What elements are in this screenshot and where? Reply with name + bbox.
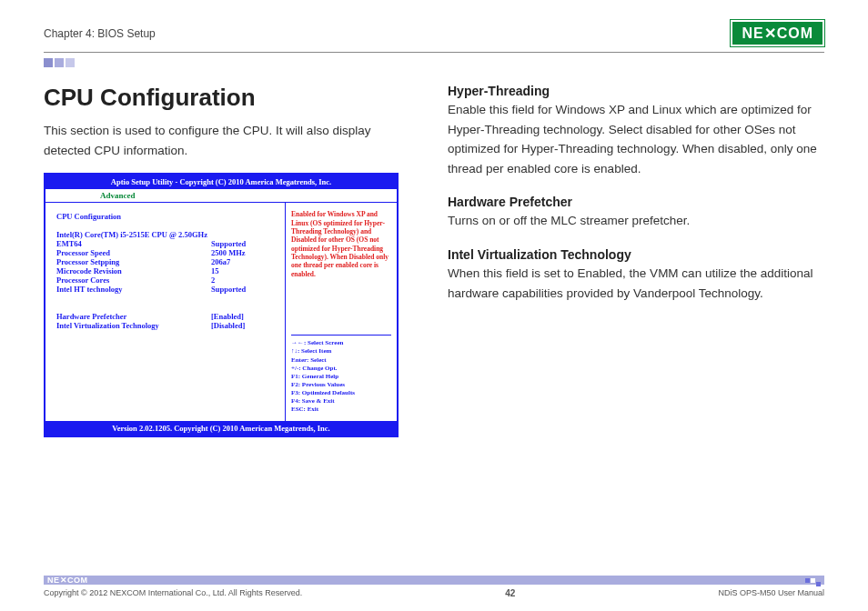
bios-key: F4: Save & Exit (291, 397, 391, 406)
bios-key: F2: Previous Values (291, 381, 391, 389)
bios-value: 15 (211, 266, 219, 275)
bios-option-value: [Enabled] (211, 303, 244, 312)
bios-info-row: Processor Setpping206a7 (56, 257, 278, 266)
bios-value: 2 (211, 275, 215, 285)
footer-decoration-icon (805, 578, 821, 583)
footer-logo: NE✕COM (47, 576, 88, 585)
bios-key: ↑↓: Select Item (291, 347, 391, 356)
manual-name: NDiS OPS-M50 User Manual (718, 588, 824, 598)
bios-value: Supported (211, 239, 246, 248)
bios-main-panel: CPU Configuration Intel(R) Core(TM) i5-2… (45, 203, 286, 421)
bios-key: ESC: Exit (291, 406, 391, 414)
page-title: CPU Configuration (44, 84, 417, 112)
section-heading: Hardware Prefetcher (448, 195, 824, 209)
bios-side-panel: Enabled for Windows XP and Linux (OS opt… (286, 203, 397, 421)
bios-tab-row: Advanced (45, 189, 397, 203)
bios-value: 2500 MHz (211, 248, 246, 257)
footer-bar: NE✕COM (44, 576, 824, 585)
intro-text: This section is used to configure the CP… (44, 121, 417, 160)
bios-screenshot: Aptio Setup Utility - Copyright (C) 2010… (44, 173, 399, 437)
section-body: Enable this field for Windows XP and Lin… (448, 100, 824, 178)
decorative-squares (44, 58, 824, 67)
bios-key: F3: Optimized Defaults (291, 389, 391, 397)
bios-value: Supported (211, 285, 246, 294)
bios-key: Enter: Select (291, 356, 391, 365)
bios-option-row[interactable]: Intel Virtualization Technology[Disabled… (56, 321, 278, 330)
bios-footer: Version 2.02.1205. Copyright (C) 2010 Am… (45, 421, 397, 436)
bios-body: CPU Configuration Intel(R) Core(TM) i5-2… (45, 203, 397, 421)
bios-info-row: Intel HT technologySupported (56, 285, 278, 294)
bios-option-label: Intel Virtualization Technology (56, 321, 211, 330)
bios-key-legend: →←: Select Screen ↑↓: Select Item Enter:… (291, 335, 391, 414)
bios-label: Processor Setpping (56, 257, 211, 266)
section-heading: Intel Virtualization Technology (448, 247, 824, 262)
section-heading: Hyper-Threading (448, 84, 824, 98)
right-column: Hyper-Threading Enable this field for Wi… (448, 84, 824, 437)
bios-option-value: [Enabled] (211, 312, 244, 321)
content-columns: CPU Configuration This section is used t… (44, 84, 824, 437)
bios-cpu-name: Intel(R) Core(TM) i5-2515E CPU @ 2.50GHz (56, 230, 278, 239)
page-footer: NE✕COM Copyright © 2012 NEXCOM Internati… (44, 576, 824, 598)
bios-option-row[interactable]: Hardware Prefetcher[Enabled] (56, 312, 278, 321)
left-column: CPU Configuration This section is used t… (44, 84, 417, 437)
bios-info-row: Processor Speed2500 MHz (56, 248, 278, 257)
page-header: Chapter 4: BIOS Setup NE✕COM (44, 20, 824, 53)
bios-option-label: Hardware Prefetcher (56, 312, 211, 321)
bios-key: +/-: Change Opt. (291, 365, 391, 373)
bios-value: 206a7 (211, 257, 230, 266)
section-body: Turns on or off the MLC streamer prefetc… (448, 211, 824, 231)
bios-section-title: CPU Configuration (56, 212, 278, 221)
bios-option-row[interactable]: Hyper-threading[Enabled] (56, 303, 278, 312)
bios-label: Intel HT technology (56, 285, 211, 294)
bios-help-text: Enabled for Windows XP and Linux (OS opt… (291, 210, 391, 278)
brand-logo: NE✕COM (731, 20, 824, 46)
bios-titlebar: Aptio Setup Utility - Copyright (C) 2010… (45, 175, 397, 189)
footer-line: Copyright © 2012 NEXCOM International Co… (44, 588, 824, 598)
bios-label: Processor Speed (56, 248, 211, 257)
bios-tab-advanced[interactable]: Advanced (100, 191, 136, 200)
copyright-text: Copyright © 2012 NEXCOM International Co… (44, 588, 302, 598)
bios-label: EMT64 (56, 239, 211, 248)
chapter-label: Chapter 4: BIOS Setup (44, 27, 156, 40)
bios-info-row: Microcode Revision15 (56, 266, 278, 275)
bios-key: →←: Select Screen (291, 339, 391, 347)
section-body: When this field is set to Enabled, the V… (448, 264, 824, 303)
bios-info-row: Processor Cores2 (56, 275, 278, 285)
bios-key: F1: General Help (291, 373, 391, 381)
bios-label: Microcode Revision (56, 266, 211, 275)
bios-label: Processor Cores (56, 275, 211, 285)
page-number: 42 (505, 588, 515, 598)
bios-info-row: EMT64Supported (56, 239, 278, 248)
bios-option-value: [Disabled] (211, 321, 245, 330)
bios-option-label: Hyper-threading (56, 303, 211, 312)
